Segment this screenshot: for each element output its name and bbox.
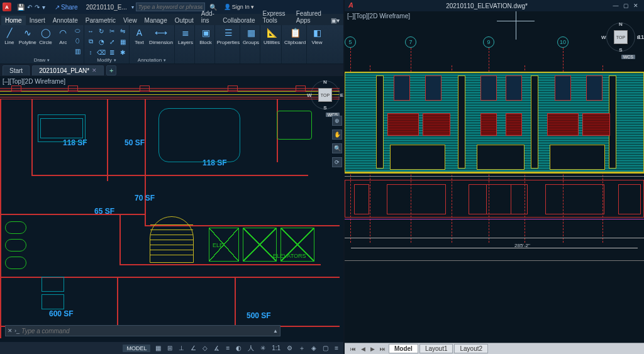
rotate-icon[interactable]: ↻ [97,26,106,35]
offset-icon[interactable]: ≣ [108,48,116,57]
wcs-badge-r[interactable]: WCS [621,55,635,59]
sheet-tab-model[interactable]: Model [389,344,418,353]
text-button[interactable]: AText [131,26,147,45]
viewcube-w[interactable]: W [307,92,312,98]
explode-icon[interactable]: ✱ [118,48,127,57]
clean-icon[interactable]: ▢ [321,345,330,351]
quick-access-toolbar[interactable]: 💾 ↶ ↷ ▾ [17,4,45,11]
ribbon-group-groups[interactable]: ▦Groups [240,25,260,64]
arc-button[interactable]: ◠Arc [55,26,70,45]
nav-wheel-icon[interactable]: ⊕ [332,116,342,126]
draw-sm-2-icon[interactable]: ⬯ [73,36,82,45]
transparency-icon[interactable]: ◐ [235,345,243,351]
draw-sm-3-icon[interactable]: ▥ [73,47,82,55]
sheet-tab-layout2[interactable]: Layout2 [454,344,488,353]
command-line[interactable]: ✕ ›_ ▲ [5,325,280,336]
osnap-icon[interactable]: ◇ [201,345,209,351]
command-input[interactable] [21,328,271,335]
tab-home[interactable]: Home [1,16,26,25]
ribbon-group-layers[interactable]: ≣Layers [175,25,195,64]
ribbon-group-clipboard[interactable]: 📋Clipboard [282,25,307,64]
minimize-button[interactable]: — [611,2,620,9]
cmd-close-icon[interactable]: ✕ [8,328,13,334]
grid-icon[interactable]: ▦ [154,345,162,351]
scale-label[interactable]: 1:1 [270,345,282,351]
array-icon[interactable]: ▦ [118,37,127,46]
viewcube-top[interactable]: TOP [319,89,331,101]
ortho-icon[interactable]: ⊥ [177,345,186,351]
snap-icon[interactable]: ⊞ [166,345,174,351]
trim-icon[interactable]: ✂ [108,26,116,35]
erase-icon[interactable]: ⌫ [97,48,106,57]
draw-sm-1-icon[interactable]: ⬭ [73,26,82,35]
line-button[interactable]: ╱Line [2,26,17,45]
viewport-left[interactable]: [–][Top][2D Wireframe] N S W E TOP WCS ⊕… [0,77,343,341]
keyword-search[interactable] [136,3,205,11]
tab-next-icon[interactable]: ▶ [369,346,377,352]
tab-extra-icon[interactable]: ▣▾ [327,16,343,25]
nav-orbit-icon[interactable]: ⟳ [332,157,342,167]
lwt-icon[interactable]: ≡ [225,345,231,351]
app-icon[interactable]: A [3,3,11,11]
doc-dropdown-icon[interactable]: ▾ [131,4,134,10]
ribbon-group-utilities[interactable]: 📐Utilities [260,25,282,64]
mirror-icon[interactable]: ⇋ [118,26,127,35]
ribbon-group-properties[interactable]: ☰Properties [215,25,240,64]
sheet-tab-layout1[interactable]: Layout1 [419,344,453,353]
qat-redo-icon[interactable]: ↷ [35,4,40,11]
qat-undo-icon[interactable]: ↶ [27,4,32,11]
tab-expresstools[interactable]: Express Tools [258,9,292,25]
tab-annotate[interactable]: Annotate [49,16,82,25]
ribbon-group-block[interactable]: ▣Block [195,25,215,64]
viewcube-s-r[interactable]: S [619,47,622,53]
viewcube-right[interactable]: N S W E TOP 11 WCS [606,23,635,52]
otrack-icon[interactable]: ∡ [213,345,221,351]
viewcube-top-r[interactable]: TOP [614,31,627,43]
tab-output[interactable]: Output [171,16,197,25]
tab-view[interactable]: View [119,16,141,25]
tab-prev-icon[interactable]: ◀ [359,346,367,352]
tab-manage[interactable]: Manage [141,16,171,25]
circle-button[interactable]: ◯Circle [38,26,53,45]
stretch-icon[interactable]: ↕ [86,48,95,57]
file-tab-plan[interactable]: 20210104_PLAN*✕ [32,65,104,75]
file-tab-start[interactable]: Start [3,65,30,75]
nav-pan-icon[interactable]: ✋ [332,130,342,140]
dimension-button[interactable]: ⟷Dimension [150,26,172,45]
copy-icon[interactable]: ⧉ [86,37,95,46]
model-button[interactable]: MODEL [123,345,150,352]
qat-save-icon[interactable]: 💾 [17,4,25,11]
tab-insert[interactable]: Insert [26,16,49,25]
fillet-icon[interactable]: ◔ [97,37,106,46]
ribbon-group-view[interactable]: ◧View [307,25,326,64]
search-input[interactable] [136,3,205,11]
viewcube-e[interactable]: E [340,92,343,98]
anno-icon[interactable]: 人 [247,344,255,353]
viewcube-n-r[interactable]: N [619,21,623,27]
tab-first-icon[interactable]: ⏮ [348,346,358,352]
customize-icon[interactable]: ≡ [333,345,340,351]
viewport-label-right[interactable]: [–][Top][2D Wireframe] [347,13,410,19]
viewcube-w-r[interactable]: W [601,35,606,40]
scale-icon[interactable]: ⤢ [108,37,116,46]
tab-addins[interactable]: Add-ins [197,9,219,25]
polar-icon[interactable]: ∠ [189,345,197,351]
iso-icon[interactable]: ◈ [310,345,318,351]
qat-dropdown-icon[interactable]: ▾ [42,4,45,11]
tab-parametric[interactable]: Parametric [82,16,119,25]
close-button[interactable]: ✕ [631,2,640,9]
viewcube-n[interactable]: N [323,79,327,85]
anno-scale-icon[interactable]: ✳ [259,345,267,351]
tab-last-icon[interactable]: ⏭ [378,346,387,352]
app-icon-right[interactable]: A [348,1,357,10]
new-tab-button[interactable]: + [106,65,116,75]
tab-featuredapps[interactable]: Featured Apps [292,9,327,25]
tab-collaborate[interactable]: Collaborate [219,16,258,25]
polyline-button[interactable]: ∿Polyline [19,26,36,45]
close-tab-icon[interactable]: ✕ [92,67,97,74]
share-button[interactable]: ↗ Share [55,4,78,11]
viewport-right[interactable]: [–][Top][2D Wireframe] N S W E TOP 11 WC… [345,11,644,343]
sign-in-button[interactable]: 👤 Sign In ▾ [224,4,254,10]
move-icon[interactable]: ↔ [86,26,95,35]
viewcube-s[interactable]: S [323,105,326,111]
